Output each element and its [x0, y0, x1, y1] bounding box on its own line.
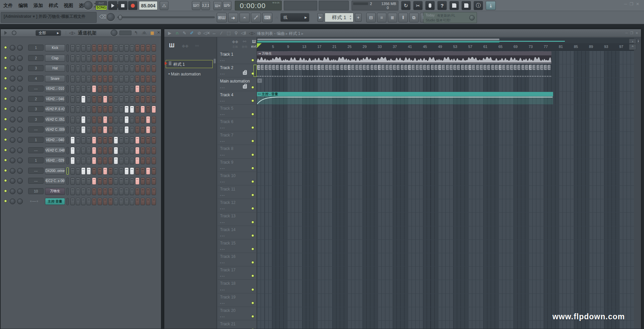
track-led[interactable] [251, 301, 254, 305]
step-12[interactable] [130, 136, 134, 144]
track-options-dots[interactable]: ••• [220, 275, 225, 278]
track-options-dots[interactable]: ••• [220, 302, 225, 305]
step-10[interactable] [119, 75, 123, 83]
source-tab-0[interactable]: ◆◆音频 [231, 39, 239, 49]
step-10[interactable] [119, 198, 123, 205]
channel-button[interactable]: 主控 音量 [45, 198, 65, 205]
step-2[interactable] [76, 65, 80, 72]
metronome-button[interactable]: ⧍ [160, 1, 168, 10]
channel-pan-knob[interactable] [10, 127, 15, 132]
step-2[interactable] [76, 177, 80, 185]
step-13[interactable] [135, 65, 140, 72]
step-12[interactable] [130, 198, 134, 205]
pattern-clip[interactable] [416, 65, 419, 70]
pattern-clip[interactable] [355, 65, 359, 70]
step-16[interactable] [152, 167, 156, 175]
trash-icon[interactable]: ⌫ [99, 14, 106, 20]
step-4[interactable] [87, 65, 91, 72]
step-6[interactable] [98, 55, 102, 62]
step-8[interactable] [108, 136, 113, 144]
link-button[interactable]: 🔗︎ [251, 13, 261, 22]
step-12[interactable] [130, 75, 134, 83]
channel-target-number[interactable]: 3 [28, 116, 44, 122]
pattern-clip[interactable] [268, 65, 272, 70]
pattern-clip[interactable] [510, 65, 513, 70]
channel-volume-knob[interactable] [17, 55, 23, 61]
track-header[interactable]: Track 12••• [218, 199, 257, 212]
pattern-clip[interactable] [536, 65, 540, 70]
channel-pan-knob[interactable] [10, 137, 15, 143]
pattern-clip[interactable] [359, 65, 362, 70]
pattern-clip[interactable] [396, 65, 400, 70]
drag-handle-icon[interactable]: ⋮ [64, 31, 68, 35]
step-edit-button[interactable]: Ш+ [213, 1, 222, 10]
mute-tool-icon[interactable]: ◁✕ [203, 31, 210, 36]
step-14[interactable] [141, 65, 145, 72]
channel-led[interactable] [4, 159, 7, 162]
step-15[interactable] [146, 44, 150, 52]
step-8[interactable] [108, 85, 113, 93]
pat-song-toggle[interactable]: PAT SONG [96, 1, 107, 10]
step-1[interactable] [70, 136, 75, 144]
pattern-clip[interactable] [321, 65, 324, 70]
audio-tab-icon[interactable]: ◆◆ [182, 43, 189, 48]
step-13[interactable] [135, 198, 140, 205]
step-9[interactable] [114, 75, 118, 83]
step-8[interactable] [108, 167, 113, 175]
keyboard-editor-icon[interactable]: ▦ [150, 31, 154, 35]
track-header[interactable]: Track 20••• [218, 307, 257, 320]
step-8[interactable] [108, 147, 113, 154]
picker-item[interactable]: • Main automation [166, 71, 213, 77]
step-10[interactable] [119, 85, 123, 93]
channel-volume-knob[interactable] [17, 199, 23, 204]
rack-play-icon[interactable] [4, 31, 7, 35]
add-pattern-button[interactable]: + [355, 13, 362, 22]
step-9[interactable] [114, 136, 118, 144]
pattern-clip[interactable] [381, 65, 385, 70]
step-11[interactable] [124, 65, 129, 72]
pattern-value-box[interactable]: 样式 1 ▲▼ [325, 13, 354, 22]
menu-item-2[interactable]: 添加 [34, 3, 43, 9]
step-8[interactable] [108, 55, 113, 62]
step-12[interactable] [130, 85, 134, 93]
pattern-prev-button[interactable]: ▶ [317, 13, 323, 22]
step-1[interactable] [70, 188, 75, 195]
step-9[interactable] [114, 116, 118, 123]
track-led[interactable] [251, 221, 254, 224]
step-7[interactable] [103, 147, 107, 154]
channel-button[interactable]: VEH2 C..009 [45, 126, 65, 133]
step-11[interactable] [124, 55, 129, 62]
channel-volume-knob[interactable] [17, 117, 23, 122]
step-10[interactable] [119, 147, 123, 154]
step-14[interactable] [141, 44, 145, 52]
step-1[interactable] [70, 126, 75, 133]
pattern-clip[interactable] [461, 65, 464, 70]
undo-icon[interactable]: ↰ [134, 30, 138, 35]
pattern-clip[interactable] [385, 65, 389, 70]
step-16[interactable] [152, 55, 156, 62]
snap-selector[interactable]: 线 ▶ [280, 13, 309, 22]
track-led[interactable] [251, 86, 254, 89]
step-10[interactable] [119, 96, 123, 103]
track-led[interactable] [251, 180, 254, 183]
track-header[interactable]: Track 15••• [218, 239, 257, 253]
pattern-clip[interactable] [351, 65, 355, 70]
step-2[interactable] [76, 198, 80, 205]
speaker-icon[interactable]: ◁▷ [249, 31, 255, 36]
stepseq-pianoroll-toggle[interactable]: ⊞Ш [217, 13, 227, 22]
channel-button[interactable]: Snare [45, 75, 65, 82]
playlist-toggle[interactable]: ⊟ [366, 13, 376, 22]
channel-led[interactable] [4, 46, 7, 49]
step-16[interactable] [152, 96, 156, 103]
pattern-clip[interactable] [491, 65, 494, 70]
step-16[interactable] [152, 188, 156, 195]
swing-loop-icon[interactable] [12, 31, 16, 35]
renew-button[interactable]: ↻ [401, 1, 411, 10]
step-1[interactable] [70, 147, 75, 154]
step-1[interactable] [70, 65, 75, 72]
step-11[interactable] [124, 106, 129, 113]
step-8[interactable] [108, 198, 113, 205]
pattern-clip[interactable] [310, 65, 313, 70]
delete-tool-icon[interactable]: ⊘ [196, 31, 203, 36]
pattern-clip[interactable] [374, 65, 377, 70]
